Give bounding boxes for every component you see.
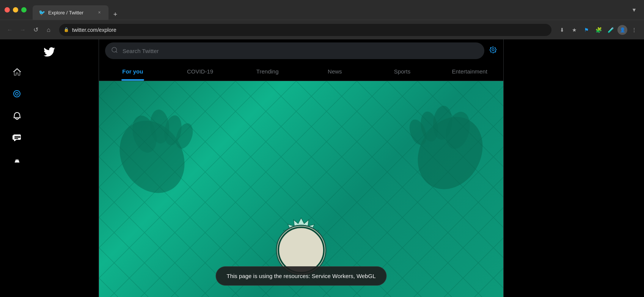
tab-trending[interactable]: Trending xyxy=(234,62,301,81)
flask-button[interactable]: 🧪 xyxy=(605,25,616,35)
right-sidebar xyxy=(504,39,644,297)
download-button[interactable]: ⬇ xyxy=(557,25,567,35)
home-icon: ⌂ xyxy=(47,27,50,33)
bookmark-button[interactable]: ★ xyxy=(569,25,580,35)
sidebar-item-messages[interactable] xyxy=(6,129,93,149)
tab-news-label: News xyxy=(328,68,342,75)
home-button[interactable]: ⌂ xyxy=(43,25,54,35)
left-glove-svg xyxy=(114,89,228,202)
flask-icon: 🧪 xyxy=(608,27,614,33)
puzzle-icon: 🧩 xyxy=(595,27,602,33)
flag-button[interactable]: ⚑ xyxy=(581,25,592,35)
tab-entertainment[interactable]: Entertainment xyxy=(436,62,503,81)
lock-icon: 🔒 xyxy=(64,27,69,32)
browser-more-button[interactable]: ⋮ xyxy=(629,25,639,35)
explore-tabs: For you COVID-19 Trending News Sports En… xyxy=(99,62,503,81)
tab-sports-label: Sports xyxy=(394,68,410,75)
tab-sports[interactable]: Sports xyxy=(369,62,436,81)
title-bar: 🐦 Explore / Twitter × + ▼ xyxy=(0,0,644,20)
tab-for-you-label: For you xyxy=(122,68,143,75)
sidebar-item-explore[interactable] xyxy=(6,85,93,105)
address-bar[interactable]: 🔒 twitter.com/explore xyxy=(59,24,551,36)
more-icon: ⋮ xyxy=(631,27,637,33)
messages-nav-icon xyxy=(12,133,22,145)
right-glove-svg xyxy=(374,85,488,199)
refresh-icon: ↺ xyxy=(33,26,38,33)
toast-message: This page is using the resources: Servic… xyxy=(227,273,376,279)
traffic-lights xyxy=(5,7,27,13)
tab-entertainment-label: Entertainment xyxy=(452,68,487,75)
home-nav-icon xyxy=(12,67,22,79)
hero-background xyxy=(99,81,503,297)
browser-chrome: 🐦 Explore / Twitter × + ▼ ← → ↺ ⌂ 🔒 twit… xyxy=(0,0,644,39)
close-window-button[interactable] xyxy=(5,7,10,13)
tab-covid19[interactable]: COVID-19 xyxy=(166,62,234,81)
nav-action-buttons: ⬇ ★ ⚑ 🧩 🧪 👤 ⋮ xyxy=(557,25,639,35)
profile-avatar: 👤 xyxy=(617,25,627,35)
tab-title: Explore / Twitter xyxy=(48,10,93,16)
download-icon: ⬇ xyxy=(560,27,564,33)
tab-close-button[interactable]: × xyxy=(96,9,102,16)
tab-bar: 🐦 Explore / Twitter × + xyxy=(33,0,328,20)
maximize-window-button[interactable] xyxy=(21,7,27,13)
forward-button[interactable]: → xyxy=(17,25,28,35)
search-icon xyxy=(111,47,118,55)
settings-button[interactable] xyxy=(489,45,497,56)
star-icon: ★ xyxy=(572,27,577,33)
minimize-window-button[interactable] xyxy=(13,7,18,13)
forward-icon: → xyxy=(20,27,26,33)
search-bar-container[interactable]: Search Twitter xyxy=(105,42,484,59)
sidebar-nav xyxy=(0,63,99,171)
main-layout: Search Twitter For you COVID-19 Trending… xyxy=(0,39,644,297)
sidebar-item-home[interactable] xyxy=(6,63,93,83)
active-tab[interactable]: 🐦 Explore / Twitter × xyxy=(33,5,108,20)
search-placeholder: Search Twitter xyxy=(123,48,159,54)
tab-covid19-label: COVID-19 xyxy=(187,68,213,75)
back-button[interactable]: ← xyxy=(5,25,15,35)
twitter-logo[interactable] xyxy=(40,42,59,61)
left-sidebar xyxy=(0,39,99,297)
profile-nav-icon xyxy=(12,155,22,167)
nav-bar: ← → ↺ ⌂ 🔒 twitter.com/explore ⬇ ★ ⚑ 🧩 xyxy=(0,20,644,39)
extensions-button[interactable]: 🧩 xyxy=(593,25,604,35)
explore-nav-icon xyxy=(12,89,22,101)
sidebar-item-notifications[interactable] xyxy=(6,107,93,127)
hero-area: This page is using the resources: Servic… xyxy=(99,81,503,297)
tab-trending-label: Trending xyxy=(256,68,279,75)
new-tab-button[interactable]: + xyxy=(110,9,121,20)
back-icon: ← xyxy=(7,27,13,33)
twitter-bird-icon xyxy=(44,46,55,58)
search-header: Search Twitter xyxy=(99,39,503,62)
sidebar-item-profile[interactable] xyxy=(6,151,93,171)
address-text: twitter.com/explore xyxy=(72,27,547,33)
refresh-button[interactable]: ↺ xyxy=(30,25,41,35)
notifications-nav-icon xyxy=(12,111,22,123)
browser-menu-button[interactable]: ▼ xyxy=(629,5,639,15)
toast-notification: This page is using the resources: Servic… xyxy=(216,266,387,286)
tab-for-you[interactable]: For you xyxy=(99,62,166,81)
tab-news[interactable]: News xyxy=(301,62,369,81)
twitter-favicon: 🐦 xyxy=(39,9,45,16)
profile-button[interactable]: 👤 xyxy=(617,25,627,35)
main-content: Search Twitter For you COVID-19 Trending… xyxy=(99,39,504,297)
flag-icon: ⚑ xyxy=(584,27,589,33)
